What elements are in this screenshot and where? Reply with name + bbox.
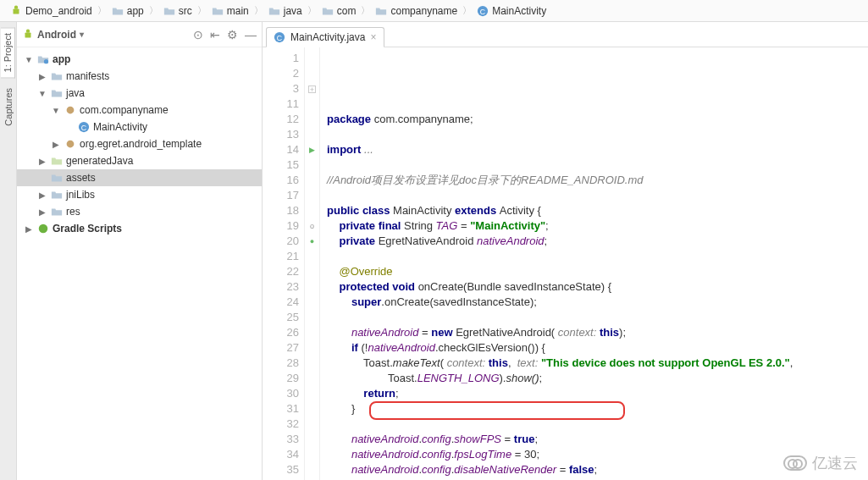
gutter-mark bbox=[305, 295, 319, 310]
code-line[interactable]: Toast.LENGTH_LONG).show(); bbox=[327, 371, 868, 386]
folder-icon bbox=[268, 5, 280, 17]
tree-item[interactable]: ▶Gradle Scripts bbox=[17, 220, 262, 237]
folder-icon bbox=[322, 5, 334, 17]
tree-item[interactable]: ▶jniLibs bbox=[17, 186, 262, 203]
gutter-mark bbox=[305, 127, 319, 142]
line-number: 29 bbox=[263, 371, 299, 386]
code-line[interactable]: return; bbox=[327, 386, 868, 401]
code-line[interactable]: private EgretNativeAndroid nativeAndroid… bbox=[327, 234, 868, 249]
tree-arrow-icon[interactable]: ▶ bbox=[51, 140, 61, 149]
code-line[interactable] bbox=[327, 157, 868, 173]
collapse-icon[interactable]: ⇤ bbox=[210, 29, 220, 41]
breadcrumb-item[interactable]: CMainActivity bbox=[473, 3, 550, 19]
target-icon[interactable]: ⊙ bbox=[193, 29, 203, 41]
breadcrumb-separator: 〉 bbox=[462, 4, 472, 17]
gutter-mark bbox=[305, 66, 319, 81]
code-line[interactable] bbox=[327, 310, 868, 325]
breadcrumb-separator: 〉 bbox=[197, 4, 207, 17]
gutter-mark bbox=[305, 51, 319, 66]
line-number: 22 bbox=[263, 264, 299, 279]
breadcrumb-label: src bbox=[179, 5, 192, 17]
breadcrumb-label: main bbox=[227, 5, 249, 17]
code-line[interactable]: public class MainActivity extends Activi… bbox=[327, 203, 868, 218]
class-icon: C bbox=[78, 121, 90, 133]
tree-item[interactable]: ▼java bbox=[17, 85, 262, 102]
gutter-mark bbox=[305, 173, 319, 188]
gen-folder-icon bbox=[51, 155, 63, 167]
breadcrumb-item[interactable]: com bbox=[318, 3, 360, 19]
folder-icon bbox=[375, 5, 387, 17]
gutter-mark bbox=[305, 112, 319, 127]
code-line[interactable]: if (!nativeAndroid.checkGlEsVersion()) { bbox=[327, 340, 868, 356]
code-line[interactable] bbox=[327, 127, 868, 142]
editor-tab-mainactivity[interactable]: C MainActivity.java × bbox=[266, 27, 384, 47]
tree-arrow-icon[interactable]: ▶ bbox=[24, 224, 34, 234]
tree-arrow-icon[interactable]: ▶ bbox=[37, 72, 47, 81]
code-line[interactable]: private final String TAG = "MainActivity… bbox=[327, 218, 868, 234]
folder-icon bbox=[112, 5, 124, 17]
code-line[interactable] bbox=[327, 249, 868, 264]
code-line[interactable]: import ... bbox=[327, 142, 868, 157]
breadcrumb-item[interactable]: java bbox=[265, 3, 306, 19]
tree-arrow-icon[interactable]: ▶ bbox=[37, 157, 47, 166]
breadcrumb-label: Demo_android bbox=[25, 5, 92, 17]
tool-tab[interactable]: Captures bbox=[2, 83, 15, 131]
code-line[interactable]: Toast.makeText( context: this, text: "Th… bbox=[327, 356, 868, 371]
line-number: 33 bbox=[263, 432, 299, 447]
breadcrumb-separator: 〉 bbox=[307, 4, 317, 17]
code-line[interactable]: } bbox=[327, 401, 868, 417]
line-number: 14 bbox=[263, 142, 299, 157]
breadcrumb-item[interactable]: src bbox=[160, 3, 196, 19]
breadcrumb-item[interactable]: Demo_android bbox=[7, 3, 96, 19]
tree-arrow-icon[interactable]: ▼ bbox=[24, 55, 34, 64]
chevron-down-icon[interactable]: ▾ bbox=[80, 30, 84, 39]
breadcrumb-item[interactable]: app bbox=[108, 3, 147, 19]
line-number: 34 bbox=[263, 447, 299, 462]
svg-point-5 bbox=[26, 29, 30, 32]
close-icon[interactable]: × bbox=[370, 31, 376, 43]
code-editor[interactable]: 1231112131415161718192021222324252627282… bbox=[263, 47, 868, 480]
tree-item[interactable]: ▶res bbox=[17, 203, 262, 220]
gutter-mark bbox=[305, 401, 319, 417]
hide-icon[interactable]: — bbox=[245, 29, 257, 41]
code-content[interactable]: package com.companyname;import ...//Andr… bbox=[320, 47, 868, 480]
tree-item[interactable]: ▼app bbox=[17, 51, 262, 68]
tree-arrow-icon[interactable]: ▼ bbox=[51, 106, 61, 115]
android-icon bbox=[22, 29, 34, 41]
svg-text:C: C bbox=[81, 124, 86, 132]
code-line[interactable]: nativeAndroid.config.showFPS = true; bbox=[327, 432, 868, 447]
tree-item[interactable]: ▶org.egret.android_template bbox=[17, 135, 262, 152]
line-number: 35 bbox=[263, 462, 299, 477]
code-line[interactable] bbox=[327, 417, 868, 432]
tree-arrow-icon[interactable]: ▶ bbox=[37, 190, 47, 200]
gear-icon[interactable]: ⚙ bbox=[227, 29, 238, 41]
tree-item[interactable]: ▶generatedJava bbox=[17, 152, 262, 169]
code-line[interactable]: nativeAndroid = new EgretNativeAndroid( … bbox=[327, 325, 868, 340]
line-number: 26 bbox=[263, 325, 299, 340]
folder-icon bbox=[212, 5, 224, 17]
tool-tab[interactable]: 1: Project bbox=[1, 27, 15, 78]
tree-item[interactable]: ▶manifests bbox=[17, 68, 262, 85]
code-line[interactable]: protected void onCreate(Bundle savedInst… bbox=[327, 279, 868, 295]
sidebar-toolbar: Android ▾ ⊙⇤⚙— bbox=[17, 22, 262, 47]
gutter-icons: +▶o● bbox=[305, 47, 320, 480]
breadcrumb-item[interactable]: companyname bbox=[372, 3, 461, 19]
breadcrumb-item[interactable]: main bbox=[208, 3, 252, 19]
code-line[interactable]: super.onCreate(savedInstanceState); bbox=[327, 295, 868, 310]
tree-label: org.egret.android_template bbox=[80, 138, 202, 150]
tree-arrow-icon[interactable]: ▼ bbox=[37, 89, 47, 98]
gutter-mark bbox=[305, 325, 319, 340]
tree-item[interactable]: ▼com.companyname bbox=[17, 102, 262, 119]
code-line[interactable]: //Android项目发布设置详见doc目录下的README_ANDROID.m… bbox=[327, 173, 868, 188]
folder-icon bbox=[51, 206, 63, 218]
tree-item[interactable]: CMainActivity bbox=[17, 119, 262, 135]
tree-arrow-icon[interactable]: ▶ bbox=[37, 207, 47, 217]
code-line[interactable]: package com.companyname; bbox=[327, 112, 868, 127]
project-tree[interactable]: ▼app▶manifests▼java▼com.companynameCMain… bbox=[17, 47, 262, 480]
line-number: 24 bbox=[263, 295, 299, 310]
tree-item[interactable]: assets bbox=[17, 169, 262, 186]
code-line[interactable]: @Override bbox=[327, 264, 868, 279]
package-icon bbox=[64, 104, 76, 116]
line-number: 15 bbox=[263, 157, 299, 173]
code-line[interactable] bbox=[327, 188, 868, 203]
